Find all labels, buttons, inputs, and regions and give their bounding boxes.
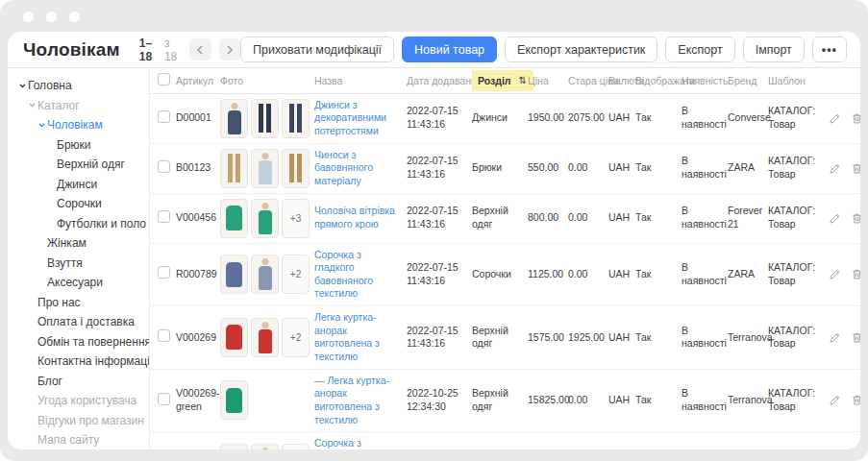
edit-button[interactable] — [829, 112, 841, 125]
product-template: КАТАЛОГ: Товар — [768, 261, 815, 286]
sidebar-item-5[interactable]: Джинси — [8, 175, 149, 195]
row-checkbox[interactable] — [158, 210, 170, 223]
sidebar-item-11[interactable]: Про нас — [8, 293, 149, 313]
column-header[interactable]: Дата додавання — [404, 68, 469, 93]
sidebar-item-label: Аксесуари — [47, 276, 103, 289]
sidebar: Головна Каталог Чоловікам Брюки Верхній … — [8, 68, 150, 449]
delete-button[interactable] — [851, 112, 860, 125]
content: Головна Каталог Чоловікам Брюки Верхній … — [8, 68, 860, 449]
product-photo — [282, 149, 310, 188]
product-name-link[interactable]: Сорочка з гладкого бавовняного текстилю — [314, 249, 401, 302]
column-header[interactable]: Фото — [217, 68, 311, 93]
product-template: КАТАЛОГ: Товар — [768, 155, 815, 180]
sidebar-item-10[interactable]: Аксесуари — [8, 273, 149, 293]
row-checkbox[interactable] — [158, 393, 170, 405]
edit-button[interactable] — [829, 268, 841, 280]
row-checkbox[interactable] — [158, 329, 170, 342]
column-header[interactable]: Бренд — [725, 68, 765, 93]
column-header[interactable]: Назва — [311, 68, 404, 93]
product-sku: R000789 — [176, 268, 217, 279]
sidebar-item-2[interactable]: Чоловікам — [8, 115, 149, 135]
row-checkbox[interactable] — [158, 266, 170, 279]
sidebar-item-4[interactable]: Верхній одяг — [8, 155, 149, 175]
delete-button[interactable] — [851, 394, 860, 406]
column-header[interactable]: Артикул — [173, 68, 217, 93]
product-display: Так — [635, 394, 651, 405]
sidebar-item-label: Обмін та повернення — [37, 335, 150, 349]
chevron-down-icon — [38, 123, 47, 128]
product-name-link[interactable]: Легка куртка-анорак виготовлена з тексти… — [314, 311, 401, 364]
product-section: Верхній одяг — [472, 387, 508, 412]
edit-button[interactable] — [829, 162, 841, 175]
garment-shape — [228, 110, 241, 134]
column-header[interactable]: Стара ціна — [565, 68, 606, 93]
product-template: КАТАЛОГ: Товар — [768, 325, 815, 350]
row-checkbox[interactable] — [158, 160, 170, 173]
export-button[interactable]: Експорт — [665, 36, 734, 62]
row-checkbox[interactable] — [158, 110, 170, 123]
import-button[interactable]: Імпорт — [743, 36, 805, 62]
edit-button[interactable] — [829, 394, 841, 406]
product-name-link[interactable]: Сорочка з бавовняного матеріалу притален… — [314, 437, 401, 449]
pagination-prev-button[interactable] — [189, 38, 211, 61]
column-header[interactable]: Наявність — [679, 68, 725, 93]
delete-button[interactable] — [851, 268, 860, 280]
product-display: Так — [635, 211, 651, 223]
product-old-price: 2075.00 — [568, 111, 605, 123]
product-name-link[interactable]: — Легка куртка-анорак виготовлена з текс… — [314, 375, 401, 427]
sidebar-item-15[interactable]: Блог — [8, 372, 149, 392]
sidebar-item-3[interactable]: Брюки — [8, 135, 149, 156]
delete-button[interactable] — [851, 331, 860, 344]
product-old-price: 0.00 — [568, 161, 587, 173]
sidebar-item-1[interactable]: Каталог — [8, 96, 149, 116]
column-header[interactable]: Валюта — [606, 68, 632, 93]
garment-shape — [228, 154, 240, 182]
sidebar-item-0[interactable]: Головна — [8, 76, 149, 96]
delete-trash-icon — [851, 212, 860, 225]
product-availability: В наявності — [682, 261, 727, 286]
sidebar-item-12[interactable]: Оплата і доставка — [8, 312, 149, 332]
window-dot[interactable] — [23, 12, 34, 22]
select-all-checkbox[interactable] — [158, 73, 170, 85]
window-dot[interactable] — [69, 12, 80, 22]
sidebar-item-7[interactable]: Футболки и поло — [8, 214, 149, 234]
column-header[interactable]: Розділ⇅ — [469, 68, 525, 93]
delete-button[interactable] — [851, 162, 860, 175]
garment-shape — [226, 262, 242, 287]
product-display: Так — [635, 111, 651, 123]
product-old-price: 0.00 — [568, 394, 587, 405]
sidebar-item-16[interactable]: Угода користувача — [8, 391, 149, 411]
sidebar-item-9[interactable]: Взуття — [8, 254, 149, 274]
export-characteristics-button[interactable]: Експорт характеристик — [505, 36, 657, 62]
product-name-link[interactable]: Чоловіча вітрівка прямого крою — [314, 205, 401, 230]
sidebar-item-6[interactable]: Сорочки — [8, 194, 149, 214]
edit-button[interactable] — [829, 212, 841, 225]
table-header-row: АртикулФотоНазваДата додаванняРозділ⇅Цін… — [150, 68, 860, 93]
sidebar-item-label: Сорочки — [57, 197, 102, 210]
table-row: D00001 Джинси з декоративними потертостя… — [150, 93, 860, 143]
product-price: 1575.00 — [528, 331, 564, 343]
column-header[interactable]: Відображати — [632, 68, 679, 93]
edit-button[interactable] — [829, 331, 841, 344]
delete-button[interactable] — [851, 212, 860, 225]
chevron-down-icon — [19, 84, 28, 88]
product-date: 2022-10-25 12:34:30 — [407, 387, 459, 412]
sorted-column-chip[interactable]: Розділ⇅ — [472, 70, 533, 91]
product-name-link[interactable]: Джинси з декоративними потертостями — [314, 99, 401, 138]
hide-modifications-button[interactable]: Приховати модифікації — [240, 36, 394, 62]
sidebar-item-8[interactable]: Жінкам — [8, 233, 149, 254]
sidebar-item-17[interactable]: Відгуки про магазин — [8, 411, 149, 431]
window-dot[interactable] — [46, 12, 57, 22]
delete-trash-icon — [851, 268, 860, 280]
column-header[interactable]: Шаблон — [765, 68, 831, 93]
product-section: Брюки — [472, 161, 502, 173]
product-name-link[interactable]: Чиноси з бавовняного матеріалу — [314, 149, 401, 188]
new-product-button[interactable]: Новий товар — [402, 36, 497, 62]
sort-icon: ⇅ — [519, 75, 527, 85]
sidebar-item-14[interactable]: Контактна інформація — [8, 352, 149, 372]
pagination-range: 1–18 — [139, 36, 161, 63]
sidebar-item-13[interactable]: Обмін та повернення — [8, 332, 149, 352]
pagination-next-button[interactable] — [219, 38, 240, 61]
more-actions-button[interactable]: ••• — [812, 36, 847, 62]
sidebar-item-18[interactable]: Мапа сайту — [8, 430, 149, 449]
